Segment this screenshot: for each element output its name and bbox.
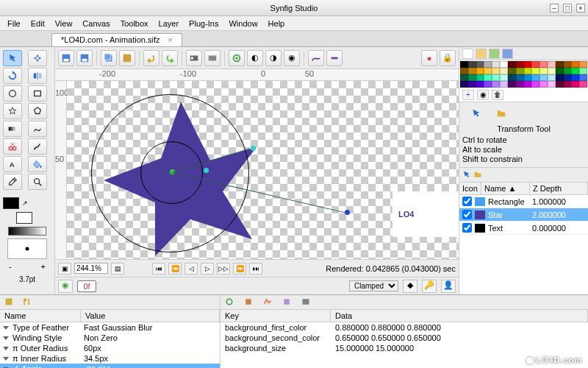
- palette-swatch[interactable]: [539, 74, 548, 81]
- redo-button[interactable]: [162, 50, 178, 66]
- palette-new[interactable]: [462, 49, 473, 59]
- palette-swatch[interactable]: [516, 74, 524, 81]
- param-row[interactable]: π Inner Radius34.5px: [0, 353, 220, 364]
- meta-tab-2[interactable]: [244, 297, 254, 308]
- palette-pick[interactable]: ◉: [477, 90, 489, 100]
- layer-col-icon[interactable]: Icon: [459, 183, 481, 194]
- palette-open[interactable]: [476, 49, 487, 59]
- cutout-tool[interactable]: [3, 138, 22, 155]
- menu-file[interactable]: File: [3, 18, 25, 29]
- zoom-tool[interactable]: [28, 174, 47, 190]
- zoom-input[interactable]: [74, 263, 108, 274]
- save-as-button[interactable]: [76, 50, 93, 66]
- palette-swatch[interactable]: [531, 74, 539, 81]
- frame-input[interactable]: [77, 280, 96, 292]
- brush-decrease[interactable]: -: [9, 262, 12, 271]
- palette-swatch[interactable]: [571, 81, 579, 88]
- text-tool[interactable]: A: [3, 156, 22, 172]
- palette-swatch[interactable]: [500, 68, 508, 74]
- palette-swatch[interactable]: [460, 61, 468, 68]
- palette-swatch[interactable]: [492, 74, 500, 81]
- menu-canvas[interactable]: Canvas: [78, 18, 114, 29]
- palette-default[interactable]: [489, 49, 500, 59]
- palette-swatch[interactable]: [531, 68, 539, 74]
- document-tab[interactable]: *LO4D.com - Animation.sifz ×: [51, 33, 182, 46]
- star-tool[interactable]: [3, 103, 22, 119]
- palette-swatch[interactable]: [508, 61, 516, 68]
- palette-swatch[interactable]: [508, 68, 516, 74]
- minimize-button[interactable]: –: [550, 4, 559, 13]
- palette-swatch[interactable]: [571, 74, 579, 81]
- palette-swatch[interactable]: [468, 61, 476, 68]
- palette-swatch[interactable]: [516, 61, 524, 68]
- brush-increase[interactable]: +: [41, 262, 46, 271]
- canvas-text-layer[interactable]: LO4: [392, 191, 459, 237]
- param-col-name[interactable]: Name: [0, 310, 81, 322]
- layer-col-z[interactable]: Z Depth: [530, 183, 588, 194]
- palette-swatch[interactable]: [476, 74, 484, 81]
- spline-tangent-button[interactable]: [308, 50, 324, 66]
- menu-toolbox[interactable]: Toolbox: [116, 18, 153, 29]
- palette-swatch[interactable]: [539, 81, 548, 88]
- palette-swatch[interactable]: [524, 68, 532, 74]
- seek-prev-frame[interactable]: ◁: [184, 263, 198, 275]
- onion-prev-button[interactable]: ◐: [247, 50, 263, 66]
- palette-swatch[interactable]: [556, 74, 564, 81]
- palette-swatch[interactable]: [556, 81, 564, 88]
- preview-button[interactable]: [204, 50, 220, 66]
- layer-col-name[interactable]: Name ▲: [481, 183, 530, 194]
- tab-close-icon[interactable]: ×: [168, 35, 172, 44]
- eyedrop-tool[interactable]: [3, 174, 22, 190]
- palette-swatch[interactable]: [548, 61, 556, 68]
- render-button[interactable]: [186, 50, 202, 66]
- palette-swatch[interactable]: [524, 81, 532, 88]
- palette-swatch[interactable]: [579, 74, 587, 81]
- seek-end[interactable]: ⏭: [249, 263, 262, 275]
- past-keyframe-button[interactable]: ◆: [403, 280, 417, 293]
- layer-visibility-checkbox[interactable]: [462, 210, 472, 219]
- seek-next-key[interactable]: ⏩: [233, 263, 246, 275]
- meta-tab-3[interactable]: [263, 297, 273, 308]
- palette-swatch[interactable]: [556, 68, 564, 74]
- rotate-tool[interactable]: [3, 68, 22, 84]
- rectangle-tool[interactable]: [28, 85, 47, 102]
- palette-swatch[interactable]: [484, 68, 492, 74]
- menu-layer[interactable]: Layer: [154, 18, 184, 29]
- palette-swatch[interactable]: [460, 68, 468, 74]
- layer-row[interactable]: Star2.000000: [459, 208, 588, 222]
- polygon-tool[interactable]: [28, 103, 47, 119]
- palette-swatch[interactable]: [500, 74, 508, 81]
- palette-swatch[interactable]: [500, 61, 508, 68]
- palette-swatch[interactable]: [484, 61, 492, 68]
- meta-tab-4[interactable]: [282, 297, 293, 308]
- param-row[interactable]: Type of FeatherFast Gaussian Blur: [0, 322, 220, 333]
- draw-tool[interactable]: [28, 138, 47, 155]
- params-tab-1[interactable]: [4, 297, 15, 308]
- palette-swatch[interactable]: [548, 74, 556, 81]
- menu-view[interactable]: View: [51, 18, 77, 29]
- options-button[interactable]: [229, 50, 245, 66]
- meta-col-key[interactable]: Key: [220, 310, 331, 322]
- gradient-swatch[interactable]: [8, 227, 46, 236]
- palette-swatch[interactable]: [476, 61, 484, 68]
- seek-begin[interactable]: ⏮: [152, 263, 165, 275]
- play-button[interactable]: ▷: [201, 263, 214, 275]
- layers-folder-icon[interactable]: [473, 170, 482, 180]
- layer-row[interactable]: Text0.000000: [459, 222, 588, 235]
- transform-tool[interactable]: [3, 50, 22, 66]
- palette-swatch[interactable]: [579, 81, 587, 88]
- palette-swatch[interactable]: [531, 81, 539, 88]
- layer-visibility-checkbox[interactable]: [462, 197, 472, 206]
- menu-window[interactable]: Window: [224, 18, 262, 29]
- palette-swatch[interactable]: [548, 81, 556, 88]
- interpolation-select[interactable]: Clamped: [349, 280, 398, 291]
- seek-prev-key[interactable]: ⏪: [168, 263, 182, 275]
- meta-tab-5[interactable]: [301, 297, 312, 308]
- outer-handle[interactable]: [251, 146, 256, 151]
- fill-color-swatch[interactable]: [16, 212, 32, 224]
- timebar-menu[interactable]: ▤: [111, 263, 124, 275]
- palette-swatch[interactable]: [531, 61, 539, 68]
- palette-swatch[interactable]: [579, 68, 587, 74]
- onion-next-button[interactable]: ◑: [265, 50, 282, 66]
- keyframe-button[interactable]: 🔑: [422, 280, 437, 293]
